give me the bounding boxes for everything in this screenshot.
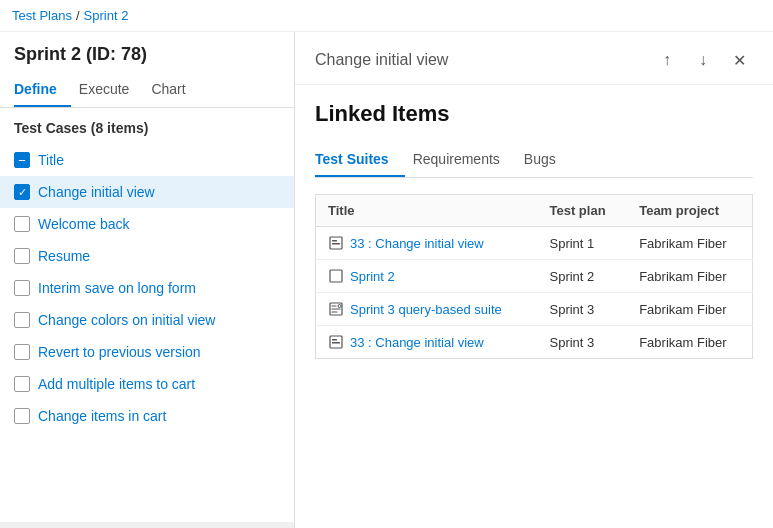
checkbox-interim[interactable]	[14, 280, 30, 296]
row-title-text: Sprint 2	[350, 269, 395, 284]
left-panel: Sprint 2 (ID: 78) Define Execute Chart T…	[0, 32, 295, 528]
navigate-down-button[interactable]: ↓	[689, 46, 717, 74]
item-label-resume: Resume	[38, 248, 90, 264]
item-label-change-items: Change items in cart	[38, 408, 166, 424]
svg-point-5	[338, 305, 341, 308]
list-item[interactable]: Title	[0, 144, 294, 176]
test-cases-header: Test Cases (8 items)	[0, 108, 294, 144]
row-test-plan: Sprint 1	[537, 227, 627, 260]
svg-rect-3	[330, 270, 342, 282]
left-tabs: Define Execute Chart	[0, 73, 294, 108]
suite-icon	[328, 334, 344, 350]
svg-rect-8	[332, 342, 340, 344]
sprint-title: Sprint 2 (ID: 78)	[14, 44, 280, 65]
right-panel: Change initial view ↑ ↓ ✕ Linked Items T…	[295, 32, 773, 528]
row-title-cell: Sprint 2	[328, 268, 525, 284]
sub-tab-bugs[interactable]: Bugs	[524, 143, 572, 177]
row-test-plan: Sprint 3	[537, 326, 627, 359]
list-item[interactable]: Change colors on initial view	[0, 304, 294, 336]
breadcrumb-testplans[interactable]: Test Plans	[12, 8, 72, 23]
tab-define[interactable]: Define	[14, 73, 71, 107]
tab-chart[interactable]: Chart	[151, 73, 199, 107]
list-item[interactable]: Welcome back	[0, 208, 294, 240]
list-item[interactable]: Change items in cart	[0, 400, 294, 432]
row-team-project: Fabrikam Fiber	[627, 227, 752, 260]
table-row[interactable]: Sprint 3 query-based suite Sprint 3 Fabr…	[316, 293, 753, 326]
item-label-add-multiple: Add multiple items to cart	[38, 376, 195, 392]
close-button[interactable]: ✕	[725, 46, 753, 74]
item-label-change-initial: Change initial view	[38, 184, 155, 200]
sub-tab-test-suites[interactable]: Test Suites	[315, 143, 405, 177]
tab-execute[interactable]: Execute	[79, 73, 144, 107]
row-title-cell: Sprint 3 query-based suite	[328, 301, 525, 317]
row-team-project: Fabrikam Fiber	[627, 326, 752, 359]
list-item[interactable]: Change initial view	[0, 176, 294, 208]
svg-rect-1	[332, 240, 337, 242]
header-actions: ↑ ↓ ✕	[653, 46, 753, 74]
checkbox-welcome[interactable]	[14, 216, 30, 232]
checkbox-change-items[interactable]	[14, 408, 30, 424]
item-label-title: Title	[38, 152, 64, 168]
suite-query-icon	[328, 301, 344, 317]
row-title-cell: 33 : Change initial view	[328, 334, 525, 350]
row-team-project: Fabrikam Fiber	[627, 260, 752, 293]
row-title-text: Sprint 3 query-based suite	[350, 302, 502, 317]
col-title: Title	[316, 195, 538, 227]
row-title-cell: 33 : Change initial view	[328, 235, 525, 251]
item-label-colors: Change colors on initial view	[38, 312, 215, 328]
checkbox-colors[interactable]	[14, 312, 30, 328]
right-body: Linked Items Test Suites Requirements Bu…	[295, 85, 773, 528]
table-row[interactable]: 33 : Change initial view Sprint 1 Fabrik…	[316, 227, 753, 260]
col-test-plan: Test plan	[537, 195, 627, 227]
list-item[interactable]: Resume	[0, 240, 294, 272]
checkbox-resume[interactable]	[14, 248, 30, 264]
table-row[interactable]: Sprint 2 Sprint 2 Fabrikam Fiber	[316, 260, 753, 293]
row-title-text: 33 : Change initial view	[350, 335, 484, 350]
breadcrumb-sprint2[interactable]: Sprint 2	[84, 8, 129, 23]
suite-icon	[328, 268, 344, 284]
item-label-interim: Interim save on long form	[38, 280, 196, 296]
left-scrollbar[interactable]	[0, 522, 294, 528]
item-label-welcome: Welcome back	[38, 216, 130, 232]
breadcrumb-separator: /	[76, 8, 80, 23]
linked-items-table: Title Test plan Team project	[315, 194, 753, 359]
col-team-project: Team project	[627, 195, 752, 227]
test-cases-list: Title Change initial view Welcome back R…	[0, 144, 294, 518]
svg-rect-7	[332, 339, 337, 341]
checkbox-title[interactable]	[14, 152, 30, 168]
checkbox-revert[interactable]	[14, 344, 30, 360]
list-item[interactable]: Interim save on long form	[0, 272, 294, 304]
row-team-project: Fabrikam Fiber	[627, 293, 752, 326]
breadcrumb: Test Plans / Sprint 2	[0, 0, 773, 32]
suite-icon	[328, 235, 344, 251]
svg-rect-2	[332, 243, 340, 245]
checkbox-add-multiple[interactable]	[14, 376, 30, 392]
row-test-plan: Sprint 2	[537, 260, 627, 293]
table-row[interactable]: 33 : Change initial view Sprint 3 Fabrik…	[316, 326, 753, 359]
list-item[interactable]: Add multiple items to cart	[0, 368, 294, 400]
row-title-text: 33 : Change initial view	[350, 236, 484, 251]
list-item[interactable]: Revert to previous version	[0, 336, 294, 368]
navigate-up-button[interactable]: ↑	[653, 46, 681, 74]
item-label-revert: Revert to previous version	[38, 344, 201, 360]
sub-tab-requirements[interactable]: Requirements	[413, 143, 516, 177]
left-header: Sprint 2 (ID: 78)	[0, 32, 294, 73]
right-header: Change initial view ↑ ↓ ✕	[295, 32, 773, 85]
linked-items-title: Linked Items	[315, 101, 753, 127]
sub-tabs: Test Suites Requirements Bugs	[315, 143, 753, 178]
right-panel-title: Change initial view	[315, 51, 653, 69]
row-test-plan: Sprint 3	[537, 293, 627, 326]
checkbox-change-initial[interactable]	[14, 184, 30, 200]
